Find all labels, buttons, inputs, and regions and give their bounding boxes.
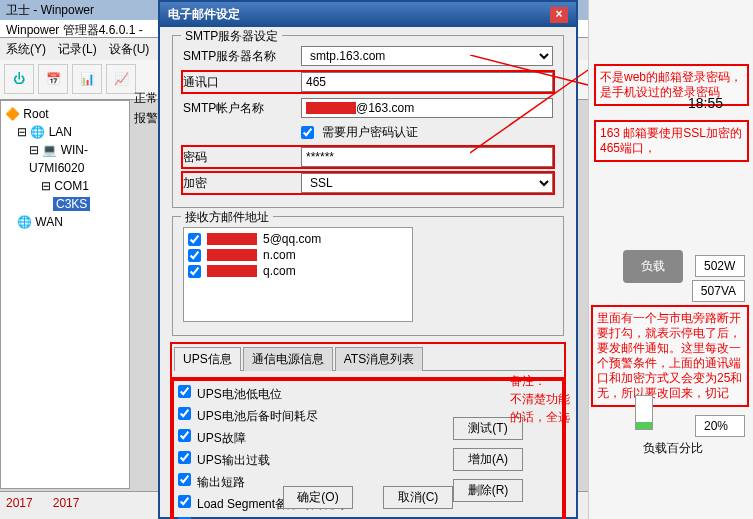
column-header-normal: 正常 xyxy=(134,90,158,107)
right-panel: 不是web的邮箱登录密码，是手机设过的登录密码 18:55 163 邮箱要使用S… xyxy=(588,0,753,519)
list-item[interactable]: 5@qq.com xyxy=(188,232,408,246)
calendar-icon[interactable]: 📅 xyxy=(38,64,68,94)
status-1: 2017 xyxy=(6,496,33,515)
list-item[interactable]: q.com xyxy=(188,264,408,278)
watt-value: 502W xyxy=(695,255,745,277)
encryption-select[interactable]: SSL xyxy=(301,173,553,193)
chart-icon[interactable]: 📊 xyxy=(72,64,102,94)
tree-lan[interactable]: ⊟ 🌐 LAN xyxy=(5,123,125,141)
add-button[interactable]: 增加(A) xyxy=(453,448,523,471)
cancel-button[interactable]: 取消(C) xyxy=(383,486,453,509)
menu-log[interactable]: 记录(L) xyxy=(58,41,97,57)
recipients-list[interactable]: 5@qq.com n.com q.com xyxy=(183,227,413,322)
email-settings-dialog: 电子邮件设定 × SMTP服务器设定 SMTP服务器名称 smtp.163.co… xyxy=(158,0,578,519)
tab-comm[interactable]: 通信电源信息 xyxy=(243,347,333,371)
recipients-group: 接收方邮件地址 5@qq.com n.com q.com 测试(T) 增加(A)… xyxy=(172,216,564,336)
dialog-titlebar[interactable]: 电子邮件设定 × xyxy=(160,2,576,27)
close-icon[interactable]: × xyxy=(550,7,568,23)
port-input[interactable] xyxy=(301,72,553,92)
load-bar-icon xyxy=(635,395,653,430)
tree-device-selected[interactable]: C3KS xyxy=(5,195,125,213)
label-password: 密码 xyxy=(183,149,293,166)
label-port: 通讯口 xyxy=(183,74,293,91)
list-item[interactable]: n.com xyxy=(188,248,408,262)
device-tree[interactable]: 🔶 Root ⊟ 🌐 LAN ⊟ 💻 WIN-U7MI6020 ⊟ COM1 C… xyxy=(0,100,130,489)
label-server: SMTP服务器名称 xyxy=(183,48,293,65)
tab-ups[interactable]: UPS信息 xyxy=(174,347,241,371)
label-encryption: 加密 xyxy=(183,175,293,192)
annotation-1: 不是web的邮箱登录密码，是手机设过的登录密码 xyxy=(594,64,749,106)
time-label: 18:55 xyxy=(688,95,723,111)
note-text: 备注： 不清楚功能的话，全选 xyxy=(510,372,576,426)
va-value: 507VA xyxy=(692,280,745,302)
menu-device[interactable]: 设备(U) xyxy=(109,41,150,57)
power-icon[interactable]: ⏻ xyxy=(4,64,34,94)
password-input[interactable] xyxy=(301,147,553,167)
tree-host[interactable]: ⊟ 💻 WIN-U7MI6020 xyxy=(5,141,125,177)
dialog-title: 电子邮件设定 xyxy=(168,6,240,23)
tabs: UPS信息 通信电源信息 ATS消息列表 xyxy=(174,346,562,371)
server-select[interactable]: smtp.163.com xyxy=(301,46,553,66)
status-2: 2017 xyxy=(53,496,80,515)
tree-wan[interactable]: 🌐 WAN xyxy=(5,213,125,231)
auth-checkbox[interactable] xyxy=(301,126,314,139)
tree-com[interactable]: ⊟ COM1 xyxy=(5,177,125,195)
smtp-group: SMTP服务器设定 SMTP服务器名称 smtp.163.com 通讯口 SMT… xyxy=(172,35,564,208)
menu-system[interactable]: 系统(Y) xyxy=(6,41,46,57)
annotation-3: 里面有一个与市电旁路断开要打勾，就表示停电了后，要发邮件通知。这里每改一个预警条… xyxy=(591,305,749,407)
smtp-group-label: SMTP服务器设定 xyxy=(181,28,282,45)
annotation-2: 163 邮箱要使用SSL加密的465端口， xyxy=(594,120,749,162)
account-redacted xyxy=(306,102,356,114)
label-account: SMTP帐户名称 xyxy=(183,100,293,117)
pct-label: 负载百分比 xyxy=(643,440,703,457)
tab-ats[interactable]: ATS消息列表 xyxy=(335,347,423,371)
ok-button[interactable]: 确定(O) xyxy=(283,486,353,509)
chk-low-battery[interactable]: UPS电池低电位 xyxy=(178,385,558,403)
recipients-label: 接收方邮件地址 xyxy=(181,209,273,226)
label-auth: 需要用户密码认证 xyxy=(322,124,418,141)
column-header-alarm: 报警 xyxy=(134,110,158,127)
tree-root[interactable]: 🔶 Root xyxy=(5,105,125,123)
pct-value: 20% xyxy=(695,415,745,437)
load-badge: 负载 xyxy=(623,250,683,283)
stats-icon[interactable]: 📈 xyxy=(106,64,136,94)
